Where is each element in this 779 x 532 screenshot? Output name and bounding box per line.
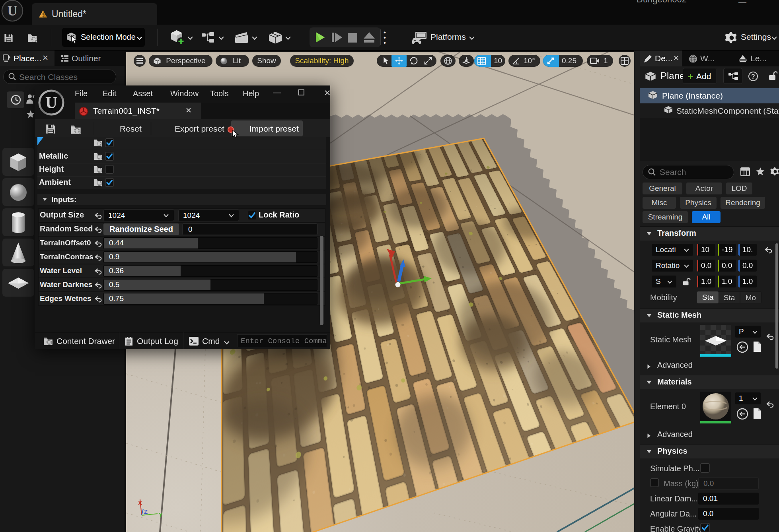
svg-text:Z: Z — [144, 508, 148, 515]
svg-text:X: X — [138, 499, 142, 506]
svg-text:U: U — [45, 93, 57, 112]
svg-text:?: ? — [751, 73, 755, 80]
svg-text:U: U — [7, 3, 17, 19]
svg-text:Y: Y — [159, 511, 163, 518]
